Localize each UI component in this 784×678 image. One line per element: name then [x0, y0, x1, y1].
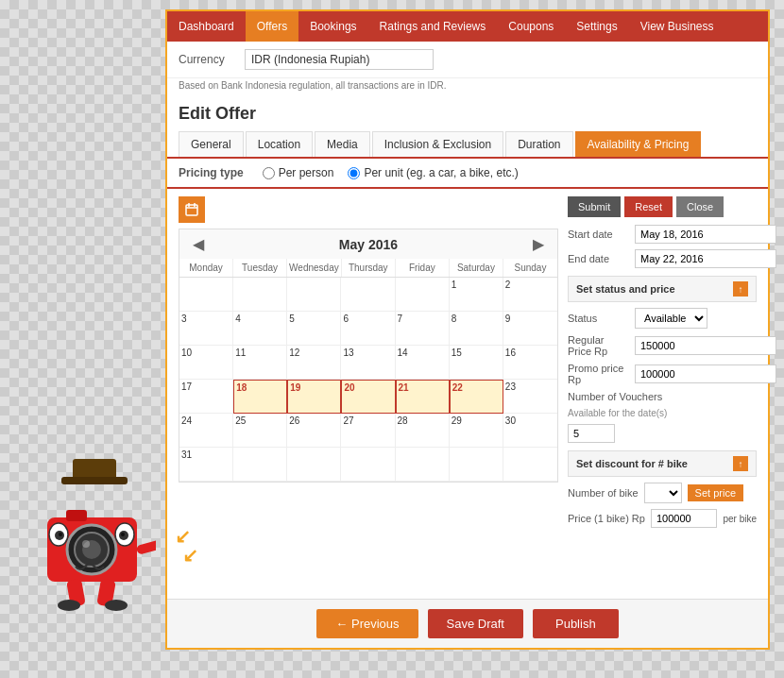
calendar-cell[interactable]: 26: [287, 414, 341, 448]
set-status-toggle[interactable]: ↑: [733, 281, 748, 297]
pricing-type-label: Pricing type: [179, 166, 244, 179]
calendar-cell[interactable]: [396, 448, 450, 482]
status-select[interactable]: Available: [635, 308, 707, 329]
pricing-radio-group: Per person Per unit (eg. a car, a bike, …: [263, 166, 519, 179]
reset-button[interactable]: Reset: [624, 196, 673, 217]
nav-offers[interactable]: Offers: [246, 11, 298, 42]
calendar-cell[interactable]: [233, 278, 287, 312]
calendar-cell[interactable]: 11: [233, 346, 287, 380]
calendar-cell[interactable]: 13: [341, 346, 395, 380]
pricing-per-unit-radio[interactable]: [348, 167, 360, 179]
promo-price-label: Promo price Rp: [568, 363, 629, 385]
day-saturday: Saturday: [450, 259, 503, 277]
calendar-cell[interactable]: 12: [287, 346, 341, 380]
mascot: ↙ ↙: [33, 451, 156, 612]
calendar-cell[interactable]: 19: [287, 380, 341, 414]
svg-point-22: [58, 600, 80, 611]
end-date-row: End date: [568, 249, 757, 268]
tab-inclusion-exclusion[interactable]: Inclusion & Exclusion: [372, 131, 503, 157]
calendar-cell[interactable]: [503, 448, 557, 482]
bottom-bar: ← Previous Save Draft Publish: [167, 599, 768, 648]
calendar-icon-button[interactable]: [179, 196, 205, 223]
end-date-input[interactable]: [635, 249, 776, 268]
calendar-cell[interactable]: 9: [503, 312, 557, 346]
tab-media[interactable]: Media: [315, 131, 370, 157]
right-panel: Submit Reset Close Start date End date S…: [568, 196, 757, 653]
calendar-cell[interactable]: 3: [179, 312, 233, 346]
tab-duration[interactable]: Duration: [505, 131, 572, 157]
nav-dashboard[interactable]: Dashboard: [167, 11, 246, 42]
calendar-cell[interactable]: [287, 278, 341, 312]
close-button[interactable]: Close: [676, 196, 724, 217]
calendar-cell[interactable]: [341, 448, 395, 482]
status-row: Status Available: [568, 308, 757, 329]
calendar-cell[interactable]: 16: [503, 346, 557, 380]
publish-button[interactable]: Publish: [533, 609, 619, 638]
num-bike-select[interactable]: [644, 483, 682, 503]
calendar-cell[interactable]: [233, 448, 287, 482]
nav-ratings[interactable]: Ratings and Reviews: [368, 11, 498, 42]
calendar-next-button[interactable]: ▶: [529, 235, 548, 253]
svg-point-14: [59, 533, 62, 536]
calendar-cell[interactable]: 18: [233, 380, 287, 414]
calendar-cell[interactable]: 20: [341, 380, 395, 414]
calendar-cell[interactable]: 4: [233, 312, 287, 346]
calendar-cell[interactable]: 5: [287, 312, 341, 346]
set-status-title: Set status and price: [576, 283, 675, 295]
calendar-cell[interactable]: 29: [450, 414, 503, 448]
calendar-cell[interactable]: 28: [396, 414, 450, 448]
calendar-cell[interactable]: 2: [503, 278, 557, 312]
calendar-cell[interactable]: 10: [179, 346, 233, 380]
calendar-cell[interactable]: 21: [396, 380, 450, 414]
calendar-cell[interactable]: 14: [396, 346, 450, 380]
calendar-cell[interactable]: 15: [450, 346, 503, 380]
currency-label: Currency: [179, 53, 235, 66]
tab-location[interactable]: Location: [246, 131, 313, 157]
calendar-cell[interactable]: [179, 278, 233, 312]
day-wednesday: Wednesday: [287, 259, 342, 277]
calendar-cell[interactable]: 17: [179, 380, 233, 414]
submit-button[interactable]: Submit: [568, 196, 621, 217]
calendar-header: ◀ May 2016 ▶: [179, 229, 557, 259]
pricing-per-person-radio[interactable]: [263, 167, 275, 179]
nav-settings[interactable]: Settings: [565, 11, 628, 42]
vouchers-sub-label: Available for the date(s): [568, 408, 667, 418]
pricing-per-person[interactable]: Per person: [263, 166, 334, 179]
nav-bookings[interactable]: Bookings: [298, 11, 367, 42]
calendar-cell[interactable]: 7: [396, 312, 450, 346]
nav-view-business[interactable]: View Business: [629, 11, 725, 42]
main-container: Dashboard Offers Bookings Ratings and Re…: [165, 9, 770, 650]
calendar-cell[interactable]: 8: [450, 312, 503, 346]
nav-coupons[interactable]: Coupons: [497, 11, 565, 42]
calendar-cell[interactable]: 25: [233, 414, 287, 448]
calendar-cell[interactable]: 22: [450, 380, 503, 414]
calendar-cell[interactable]: 6: [341, 312, 395, 346]
calendar-cell[interactable]: 1: [450, 278, 503, 312]
calendar-cell[interactable]: 23: [503, 380, 557, 414]
vouchers-input[interactable]: [568, 424, 615, 443]
calendar-cell[interactable]: 27: [341, 414, 395, 448]
currency-input[interactable]: [245, 49, 434, 70]
save-draft-button[interactable]: Save Draft: [428, 609, 523, 638]
calendar-cell[interactable]: [287, 448, 341, 482]
tab-availability-pricing[interactable]: Availability & Pricing: [575, 131, 702, 157]
calendar-cell[interactable]: [341, 278, 395, 312]
discount-toggle[interactable]: ↑: [733, 456, 748, 471]
previous-button[interactable]: ← Previous: [316, 609, 418, 638]
start-date-input[interactable]: [635, 225, 776, 244]
pricing-per-unit[interactable]: Per unit (eg. a car, a bike, etc.): [348, 166, 518, 179]
calendar-cell[interactable]: [450, 448, 503, 482]
calendar-grid: 1234567891011121314151617181920212223242…: [179, 278, 557, 482]
set-price-button[interactable]: Set price: [688, 484, 743, 501]
calendar-cell[interactable]: 24: [179, 414, 233, 448]
calendar-cell[interactable]: 31: [179, 448, 233, 482]
calendar-prev-button[interactable]: ◀: [189, 235, 208, 253]
tab-general[interactable]: General: [179, 131, 244, 157]
day-sunday: Sunday: [503, 259, 557, 277]
price-per-bike-input[interactable]: [651, 509, 718, 528]
day-thursday: Thursday: [342, 259, 396, 277]
calendar-cell[interactable]: [396, 278, 450, 312]
calendar-cell[interactable]: 30: [503, 414, 557, 448]
promo-price-input[interactable]: [635, 364, 776, 383]
regular-price-input[interactable]: [635, 336, 776, 355]
